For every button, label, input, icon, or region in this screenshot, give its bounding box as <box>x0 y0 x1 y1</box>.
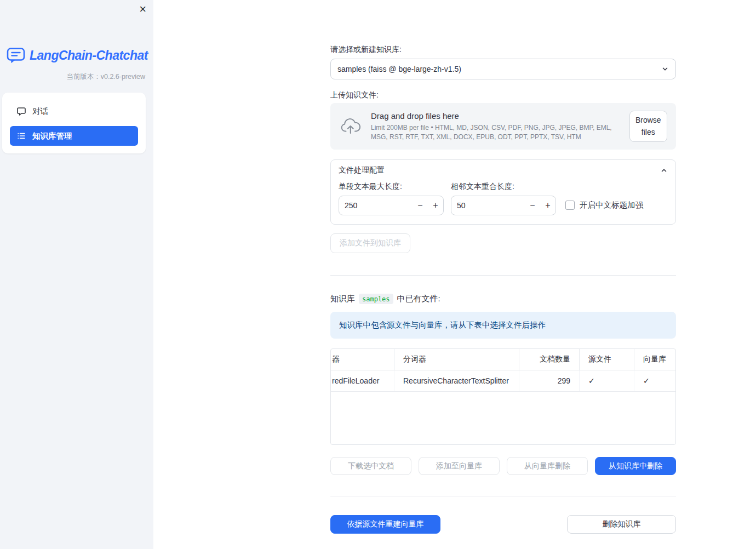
version-label: 当前版本：v0.2.6-preview <box>0 64 153 82</box>
cell-splitter: RecursiveCharacterTextSplitter <box>394 370 519 391</box>
kb-select-label: 请选择或新建知识库: <box>330 45 676 55</box>
chevron-up-icon <box>660 167 668 174</box>
cell-source-check: ✓ <box>580 370 634 391</box>
col-header-doc-count[interactable]: 文档数量 <box>519 349 580 370</box>
file-config-expander-header[interactable]: 文件处理配置 <box>331 160 675 181</box>
chunk-size-decrement-button[interactable]: − <box>413 201 428 210</box>
file-config-title: 文件处理配置 <box>339 165 385 175</box>
file-config-expander: 文件处理配置 单段文本最大长度: 250 − + 相邻文本重合长度: 50 <box>330 159 676 225</box>
sidebar-close-icon[interactable]: × <box>139 2 146 18</box>
col-header-splitter[interactable]: 分词器 <box>394 349 519 370</box>
col-header-source-file[interactable]: 源文件 <box>580 349 634 370</box>
overlap-size-value: 50 <box>451 201 525 210</box>
overlap-size-increment-button[interactable]: + <box>540 201 555 210</box>
table-header-row: 器 分词器 文档数量 源文件 向量库 <box>331 349 675 370</box>
main-content: 请选择或新建知识库: samples (faiss @ bge-large-zh… <box>330 0 676 534</box>
file-config-body: 单段文本最大长度: 250 − + 相邻文本重合长度: 50 − + 开启中文标… <box>331 181 675 224</box>
cell-loader: redFileLoader <box>331 370 394 391</box>
add-to-vector-store-button[interactable]: 添加至向量库 <box>419 457 500 475</box>
chunk-size-increment-button[interactable]: + <box>428 201 443 210</box>
rebuild-vector-store-button[interactable]: 依据源文件重建向量库 <box>330 515 440 534</box>
dropzone-limit-text: Limit 200MB per file • HTML, MD, JSON, C… <box>371 123 621 141</box>
app-title: LangChain-Chatchat <box>30 48 148 63</box>
dropzone-texts: Drag and drop files here Limit 200MB per… <box>371 111 621 141</box>
divider <box>330 275 676 276</box>
chunk-size-field: 单段文本最大长度: 250 − + <box>339 182 444 215</box>
delete-from-vector-store-button[interactable]: 从向量库删除 <box>507 457 588 475</box>
existing-files-suffix: 中已有文件: <box>397 294 440 304</box>
sidebar-item-dialogue[interactable]: 对话 <box>10 101 138 121</box>
divider <box>330 496 676 496</box>
chevron-down-icon <box>661 65 669 73</box>
zh-title-enhance-label: 开启中文标题加强 <box>580 200 643 210</box>
cell-vector-check: ✓ <box>634 370 676 391</box>
add-files-to-kb-button[interactable]: 添加文件到知识库 <box>330 233 410 253</box>
zh-title-enhance-group: 开启中文标题加强 <box>565 200 643 210</box>
cell-doc-count: 299 <box>519 370 580 391</box>
col-header-vector-store[interactable]: 向量库 <box>634 349 676 370</box>
download-selected-button[interactable]: 下载选中文档 <box>330 457 411 475</box>
logo-chat-icon <box>7 47 25 64</box>
kb-files-table[interactable]: 器 分词器 文档数量 源文件 向量库 redFileLoader Recursi… <box>330 348 676 445</box>
kb-name-code: samples <box>359 294 393 304</box>
dropzone-instruction: Drag and drop files here <box>371 111 621 121</box>
upload-label: 上传知识文件: <box>330 90 676 100</box>
overlap-size-input[interactable]: 50 − + <box>451 196 556 215</box>
list-icon <box>16 131 26 141</box>
cloud-upload-icon <box>339 118 362 135</box>
kb-footer-buttons: 依据源文件重建向量库 删除知识库 <box>330 515 676 534</box>
sidebar-item-label: 知识库管理 <box>32 131 72 141</box>
delete-from-kb-button[interactable]: 从知识库中删除 <box>595 457 676 475</box>
chunk-size-label: 单段文本最大长度: <box>339 182 444 192</box>
app-logo: LangChain-Chatchat <box>0 0 153 64</box>
sidebar-item-label: 对话 <box>32 106 48 117</box>
chunk-size-input[interactable]: 250 − + <box>339 196 444 215</box>
chunk-size-value: 250 <box>339 201 413 210</box>
col-header-loader[interactable]: 器 <box>331 349 394 370</box>
delete-kb-button[interactable]: 删除知识库 <box>567 515 676 534</box>
overlap-size-field: 相邻文本重合长度: 50 − + <box>451 182 556 215</box>
browse-files-button[interactable]: Browse files <box>629 111 667 142</box>
file-dropzone[interactable]: Drag and drop files here Limit 200MB per… <box>330 103 676 150</box>
kb-select[interactable]: samples (faiss @ bge-large-zh-v1.5) <box>330 59 676 79</box>
overlap-size-decrement-button[interactable]: − <box>525 201 540 210</box>
sidebar: × LangChain-Chatchat 当前版本：v0.2.6-preview… <box>0 0 153 549</box>
existing-files-prefix: 知识库 <box>330 294 355 304</box>
table-row[interactable]: redFileLoader RecursiveCharacterTextSpli… <box>331 370 675 392</box>
sidebar-item-knowledge-base[interactable]: 知识库管理 <box>10 126 138 146</box>
table-action-buttons: 下载选中文档 添加至向量库 从向量库删除 从知识库中删除 <box>330 457 676 475</box>
zh-title-enhance-checkbox[interactable] <box>565 201 575 210</box>
existing-files-heading: 知识库 samples 中已有文件: <box>330 294 676 304</box>
kb-select-value: samples (faiss @ bge-large-zh-v1.5) <box>337 65 461 73</box>
chat-bubble-icon <box>16 106 26 116</box>
sidebar-nav: 对话 知识库管理 <box>2 93 146 153</box>
info-banner: 知识库中包含源文件与向量库，请从下表中选择文件后操作 <box>330 312 676 339</box>
overlap-size-label: 相邻文本重合长度: <box>451 182 556 192</box>
